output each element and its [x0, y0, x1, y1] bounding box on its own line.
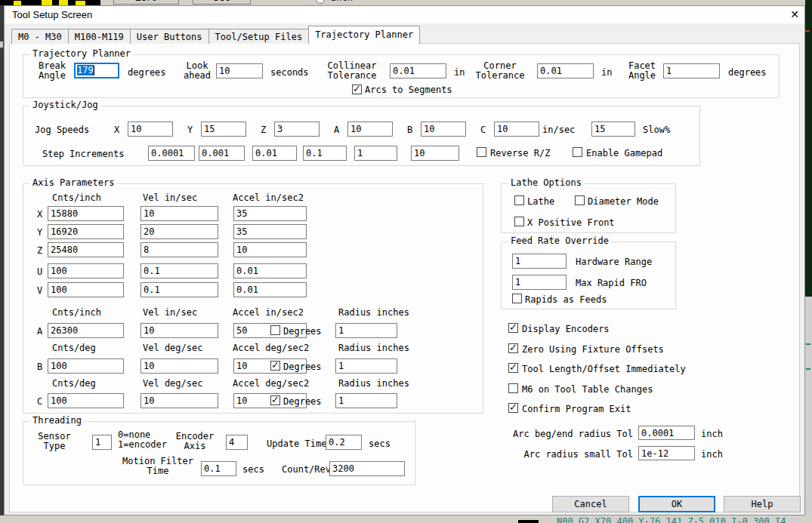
bottom-strip-mark: [518, 520, 539, 523]
max-rapid-fro-input[interactable]: [512, 275, 567, 290]
b-cnts-input[interactable]: [48, 358, 124, 374]
z-vel-input[interactable]: [140, 242, 218, 257]
x-vel-input[interactable]: [140, 206, 218, 221]
feed-rate-override-group-title: Feed Rate Override: [508, 235, 612, 246]
dialog-titlebar[interactable]: [5, 6, 804, 23]
jog-speed-y-input[interactable]: [201, 122, 246, 137]
tab-trajectory-planner[interactable]: Trajectory Planner: [308, 26, 420, 44]
z-accel-input[interactable]: [233, 242, 307, 257]
rapids-as-feeds-label: Rapids as Feeds: [525, 294, 607, 305]
jog-speed-unit: in/sec: [542, 125, 575, 135]
a-radius-input[interactable]: [335, 323, 397, 338]
sensor-type-hint: 0=none 1=encoder: [118, 430, 174, 450]
b-degrees-checkbox[interactable]: [270, 361, 280, 371]
collinear-tolerance-input[interactable]: [390, 63, 446, 78]
b-vel-input[interactable]: [140, 358, 218, 374]
step-increment-2-input[interactable]: [199, 146, 245, 161]
v-accel-input[interactable]: [233, 282, 307, 297]
arc-radius-small-tol-input[interactable]: [638, 446, 695, 460]
arc-radius-small-tol-label: Arc radius small Tol: [499, 449, 633, 460]
m6-on-tool-table-changes-checkbox[interactable]: [508, 383, 518, 393]
left-strip-mark: [0, 42, 3, 48]
tool-length-offset-immediately-checkbox[interactable]: [508, 363, 518, 373]
c-cnts-input[interactable]: [48, 393, 124, 408]
close-icon[interactable]: ✕: [787, 7, 802, 22]
help-button[interactable]: Help: [724, 496, 801, 512]
reverse-rz-checkbox[interactable]: [477, 147, 486, 157]
u-accel-input[interactable]: [233, 263, 307, 278]
y-cnts-input[interactable]: [48, 224, 124, 239]
sensor-type-input[interactable]: [92, 435, 112, 450]
a-radius-header: Radius inches: [338, 307, 409, 318]
b-radius-input[interactable]: [335, 358, 397, 374]
step-increment-3-input[interactable]: [252, 146, 297, 161]
step-increment-5-input[interactable]: [354, 146, 397, 161]
x-positive-front-checkbox[interactable]: [514, 217, 524, 226]
set-button[interactable]: Set: [193, 0, 251, 5]
threading-group: Threading Sensor Type 0=none 1=encoder E…: [23, 421, 415, 485]
confirm-program-exit-checkbox[interactable]: [508, 403, 518, 413]
a-degrees-checkbox[interactable]: [270, 325, 280, 335]
slow-percent-input[interactable]: [591, 122, 635, 137]
break-angle-input[interactable]: 179: [74, 63, 119, 78]
facet-angle-input[interactable]: [663, 63, 720, 78]
diameter-mode-checkbox[interactable]: [575, 195, 585, 205]
step-increment-6-input[interactable]: [411, 146, 459, 161]
z-cnts-input[interactable]: [48, 242, 124, 257]
corner-tolerance-input[interactable]: [537, 63, 594, 78]
trajectory-planner-group: Trajectory Planner Break Angle 179 degre…: [23, 54, 780, 98]
u-cnts-input[interactable]: [48, 263, 124, 278]
arcs-to-segments-checkbox[interactable]: [352, 85, 362, 94]
rapids-as-feeds-checkbox[interactable]: [512, 294, 522, 303]
background-toolbar-strip: Zero Set Inch: [0, 0, 812, 5]
lathe-checkbox[interactable]: [514, 195, 524, 205]
a-cnts-header: Cnts/inch: [52, 307, 101, 318]
v-cnts-input[interactable]: [48, 282, 124, 297]
c-degrees-checkbox[interactable]: [270, 395, 280, 405]
tab-tool-setup-files[interactable]: Tool/Setup Files: [208, 29, 310, 44]
encoder-axis-input[interactable]: [226, 435, 248, 450]
motion-filter-time-input[interactable]: [201, 461, 236, 476]
jog-speed-x-input[interactable]: [128, 122, 173, 137]
v-vel-input[interactable]: [140, 282, 218, 297]
corner-tolerance-unit: in: [601, 67, 612, 78]
u-vel-input[interactable]: [140, 263, 218, 278]
step-increment-1-input[interactable]: [148, 146, 195, 161]
c-vel-input[interactable]: [140, 393, 218, 408]
zero-using-fixture-offsets-checkbox[interactable]: [508, 343, 518, 353]
jog-speed-b-input[interactable]: [421, 122, 466, 137]
a-vel-header: Vel in/sec: [143, 307, 197, 318]
tab-user-buttons[interactable]: User Buttons: [130, 29, 209, 44]
feed-rate-override-group: Feed Rate Override Hardware Range Max Ra…: [501, 242, 676, 309]
jog-speed-z-input[interactable]: [274, 122, 320, 137]
tab-m100-m119[interactable]: M100-M119: [68, 29, 131, 44]
c-radius-input[interactable]: [335, 393, 397, 408]
arc-beg-end-radius-tol-input[interactable]: [638, 426, 695, 440]
b-vel-header: Vel deg/sec: [143, 343, 202, 353]
y-accel-input[interactable]: [233, 224, 307, 239]
jog-speed-c-input[interactable]: [494, 122, 539, 137]
display-encoders-checkbox[interactable]: [508, 323, 518, 333]
hardware-range-input[interactable]: [512, 254, 567, 269]
inch-radio[interactable]: [316, 0, 325, 4]
axis-a-label: A: [37, 326, 42, 337]
update-time-input[interactable]: [326, 435, 362, 450]
cnts-header: Cnts/inch: [52, 192, 101, 203]
enable-gamepad-checkbox[interactable]: [573, 147, 582, 157]
zero-button[interactable]: Zero: [113, 0, 179, 5]
viewport-mark: [806, 368, 810, 370]
cancel-button[interactable]: Cancel: [552, 496, 629, 512]
jog-speed-a-input[interactable]: [347, 122, 393, 137]
a-vel-input[interactable]: [140, 323, 218, 338]
count-rev-input[interactable]: [329, 461, 405, 476]
vel-header: Vel in/sec: [143, 192, 197, 203]
ok-button[interactable]: OK: [638, 496, 715, 512]
x-accel-input[interactable]: [233, 206, 307, 221]
m6-on-tool-table-changes-label: M6 on Tool Table Changes: [522, 384, 653, 395]
step-increment-4-input[interactable]: [303, 146, 347, 161]
y-vel-input[interactable]: [140, 224, 218, 239]
look-ahead-input[interactable]: [216, 63, 263, 78]
x-cnts-input[interactable]: [48, 206, 124, 221]
tab-m0-m30[interactable]: M0 - M30: [11, 29, 69, 44]
a-cnts-input[interactable]: [48, 323, 124, 338]
